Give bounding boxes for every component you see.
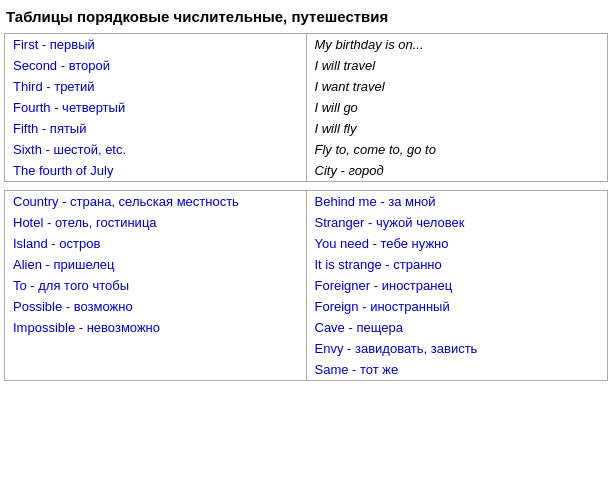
- cell-right: Foreign - иностранный: [306, 296, 607, 317]
- cell-right: Stranger - чужой человек: [306, 212, 607, 233]
- table-row: Same - тот же: [5, 359, 607, 380]
- table-row: Second - второйI will travel: [5, 55, 607, 76]
- cell-left: Third - третий: [5, 76, 306, 97]
- table-row: The fourth of JulyCity - город: [5, 160, 607, 181]
- table-row: Hotel - отель, гостиницаStranger - чужой…: [5, 212, 607, 233]
- cell-left: To - для того чтобы: [5, 275, 306, 296]
- page-title: Таблицы порядковые числительные, путешес…: [0, 0, 612, 33]
- cell-right: Foreigner - иностранец: [306, 275, 607, 296]
- cell-left: Island - остров: [5, 233, 306, 254]
- cell-left: Possible - возможно: [5, 296, 306, 317]
- cell-right: City - город: [306, 160, 607, 181]
- cell-right: Same - тот же: [306, 359, 607, 380]
- cell-left: Fourth - четвертый: [5, 97, 306, 118]
- cell-right: Fly to, come to, go to: [306, 139, 607, 160]
- table-row: Fourth - четвертыйI will go: [5, 97, 607, 118]
- cell-left: Impossible - невозможно: [5, 317, 306, 338]
- cell-right: Envy - завидовать, зависть: [306, 338, 607, 359]
- table-row: Third - третийI want travel: [5, 76, 607, 97]
- table-row: Sixth - шестой, etc.Fly to, come to, go …: [5, 139, 607, 160]
- table-row: Possible - возможноForeign - иностранный: [5, 296, 607, 317]
- cell-right: I will travel: [306, 55, 607, 76]
- cell-right: You need - тебе нужно: [306, 233, 607, 254]
- table-row: First - первыйMy birthday is on...: [5, 34, 607, 55]
- table-row: Envy - завидовать, зависть: [5, 338, 607, 359]
- section1-table: First - первыйMy birthday is on...Second…: [4, 33, 608, 182]
- cell-left: Country - страна, сельская местность: [5, 191, 306, 212]
- table-row: Impossible - невозможноCave - пещера: [5, 317, 607, 338]
- cell-right: It is strange - странно: [306, 254, 607, 275]
- cell-right: Behind me - за мной: [306, 191, 607, 212]
- cell-left: First - первый: [5, 34, 306, 55]
- cell-right: My birthday is on...: [306, 34, 607, 55]
- cell-left: [5, 338, 306, 359]
- cell-left: Alien - пришелец: [5, 254, 306, 275]
- cell-right: I want travel: [306, 76, 607, 97]
- cell-right: I will fly: [306, 118, 607, 139]
- cell-left: Fifth - пятый: [5, 118, 306, 139]
- table-row: Island - островYou need - тебе нужно: [5, 233, 607, 254]
- cell-left: Second - второй: [5, 55, 306, 76]
- cell-left: Sixth - шестой, etc.: [5, 139, 306, 160]
- table-row: To - для того чтобыForeigner - иностране…: [5, 275, 607, 296]
- cell-right: I will go: [306, 97, 607, 118]
- cell-left: The fourth of July: [5, 160, 306, 181]
- table-row: Country - страна, сельская местностьBehi…: [5, 191, 607, 212]
- section2-table: Country - страна, сельская местностьBehi…: [4, 190, 608, 381]
- table-row: Fifth - пятыйI will fly: [5, 118, 607, 139]
- cell-left: [5, 359, 306, 380]
- table-row: Alien - пришелецIt is strange - странно: [5, 254, 607, 275]
- cell-left: Hotel - отель, гостиница: [5, 212, 306, 233]
- cell-right: Cave - пещера: [306, 317, 607, 338]
